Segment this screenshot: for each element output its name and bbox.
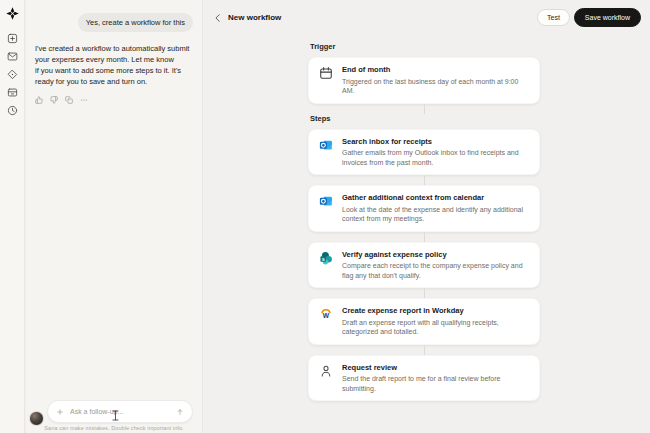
connector-line [424, 232, 425, 242]
workflow-card[interactable]: Gather additional context from calendarL… [308, 185, 540, 232]
workflow-card[interactable]: End of monthTriggered on the last busine… [308, 57, 540, 104]
copy-icon[interactable] [65, 96, 73, 104]
calendar-icon [319, 66, 333, 80]
connector-line [424, 345, 425, 355]
outlook-icon [319, 194, 333, 208]
user-message-bubble: Yes, create a workflow for this [78, 13, 193, 32]
workflow-panel: New workflow Test Save workflow TriggerE… [204, 0, 650, 433]
workflow-card[interactable]: SVerify against expense policyCompare ea… [308, 242, 540, 289]
card-title: Verify against expense policy [342, 250, 529, 259]
chat-panel: Yes, create a workflow for this I've cre… [26, 0, 203, 433]
message-actions [35, 96, 193, 104]
card-body: Request reviewSend the draft report to m… [342, 363, 529, 394]
inbox-icon[interactable] [7, 51, 18, 62]
sidebar-nav [7, 33, 18, 116]
card-body: End of monthTriggered on the last busine… [342, 65, 529, 96]
more-icon[interactable] [80, 96, 88, 104]
card-body: Create expense report in WorkdayDraft an… [342, 306, 529, 337]
section-label-steps: Steps [310, 114, 540, 123]
card-description: Gather emails from my Outlook inbox to f… [342, 148, 529, 167]
follow-up-input-bar [47, 400, 193, 423]
chat-messages: Yes, create a workflow for this I've cre… [26, 0, 202, 104]
workflow-card[interactable]: Request reviewSend the draft report to m… [308, 355, 540, 402]
sharepoint-icon: S [319, 251, 333, 265]
card-description: Draft an expense report with all qualify… [342, 318, 529, 337]
workflow-card[interactable]: Search inbox for receiptsGather emails f… [308, 129, 540, 176]
connector-line [424, 104, 425, 114]
card-body: Search inbox for receiptsGather emails f… [342, 137, 529, 168]
svg-text:W: W [323, 312, 330, 319]
card-description: Triggered on the last business day of ea… [342, 77, 529, 96]
disclaimer-text: Sana can make mistakes. Double check imp… [26, 425, 202, 431]
test-button[interactable]: Test [537, 9, 570, 26]
user-avatar[interactable] [29, 411, 44, 426]
card-body: Verify against expense policyCompare eac… [342, 250, 529, 281]
workflow-title: New workflow [228, 13, 281, 22]
header-actions: Test Save workflow [537, 8, 641, 27]
card-title: Gather additional context from calendar [342, 193, 529, 202]
assistant-message: I've created a workflow to automatically… [35, 43, 193, 87]
thumbs-up-icon[interactable] [35, 96, 43, 104]
connector-line [424, 175, 425, 185]
workflow-canvas: TriggerEnd of monthTriggered on the last… [308, 42, 540, 401]
history-icon[interactable] [7, 105, 18, 116]
app-window: Yes, create a workflow for this I've cre… [0, 0, 650, 433]
card-title: End of month [342, 65, 529, 74]
sana-logo-icon[interactable] [6, 7, 19, 20]
card-title: Search inbox for receipts [342, 137, 529, 146]
card-title: Create expense report in Workday [342, 306, 529, 315]
new-chat-icon[interactable] [7, 33, 18, 44]
card-description: Compare each receipt to the company expe… [342, 261, 529, 280]
card-body: Gather additional context from calendarL… [342, 193, 529, 224]
save-workflow-button[interactable]: Save workflow [574, 8, 641, 27]
library-icon[interactable] [7, 87, 18, 98]
outlook-icon [319, 138, 333, 152]
agents-icon[interactable] [7, 69, 18, 80]
section-label-trigger: Trigger [310, 42, 540, 51]
card-description: Send the draft report to me for a final … [342, 374, 529, 393]
thumbs-down-icon[interactable] [50, 96, 58, 104]
attach-plus-icon[interactable] [56, 408, 64, 416]
send-arrow-icon[interactable] [176, 408, 184, 416]
person-icon [319, 364, 333, 378]
follow-up-input[interactable] [70, 408, 170, 415]
workflow-header: New workflow Test Save workflow [213, 8, 641, 27]
connector-line [424, 288, 425, 298]
workflow-card[interactable]: WCreate expense report in WorkdayDraft a… [308, 298, 540, 345]
icon-sidebar [0, 0, 25, 433]
card-description: Look at the date of the expense and iden… [342, 205, 529, 224]
workday-icon: W [319, 307, 333, 321]
card-title: Request review [342, 363, 529, 372]
svg-text:S: S [322, 256, 325, 261]
back-chevron-icon[interactable] [213, 13, 223, 23]
user-message-row: Yes, create a workflow for this [35, 13, 193, 32]
